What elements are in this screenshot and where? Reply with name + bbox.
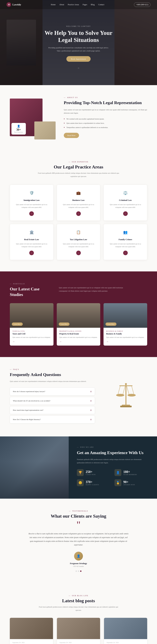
about-list-item: Temporibus autem is quibusdam defereris … <box>64 126 147 129</box>
case-learn-more[interactable]: Learn More <box>59 322 70 326</box>
stat-awards: 🥇 90+ Awards Won <box>115 479 149 486</box>
cases-description: Quis autem vel eum iure reprehenderit qu… <box>59 283 128 293</box>
site-logo[interactable]: ⚖ Lawtidy <box>6 2 21 7</box>
tax-icon: 📋 <box>75 229 82 236</box>
practice-arrow-button[interactable]: → <box>29 251 34 255</box>
svg-point-10 <box>125 383 127 385</box>
about-secondary-image <box>34 122 56 140</box>
practice-desc: Quis autem vel eum iure reprehenderit qu… <box>14 203 49 209</box>
cases-grid: Learn More TAXES & CIVIL Taxes and Civil… <box>10 303 147 346</box>
testimonial-dot-3[interactable] <box>80 570 81 572</box>
case-category: PROPERTY & REAL ESTATE <box>59 330 98 332</box>
cases-section: PORTFOLIO Our Latest Case Studies Quis a… <box>0 272 157 357</box>
about-list-item: Quis autem does have a reprehenderit in … <box>64 122 147 125</box>
read-more-button[interactable]: Read More <box>64 133 79 138</box>
case-learn-more[interactable]: Learn More <box>12 322 23 326</box>
svg-line-2 <box>118 386 120 395</box>
blog-image-3 <box>104 618 147 639</box>
practice-card-immigration: 🛡️ Immigration Law Quis autem vel eum iu… <box>10 185 53 221</box>
person-icon: 👤 <box>115 469 121 476</box>
practice-name: Real Estate Law <box>14 238 49 241</box>
svg-rect-0 <box>126 384 126 405</box>
nav-about[interactable]: About <box>59 4 64 6</box>
practice-card-business: 💼 Business Law Quis autem vel eum iure r… <box>57 185 100 221</box>
practice-label: OUR EXPERTISE <box>10 161 147 163</box>
testimonial-dot-2[interactable] <box>78 570 79 572</box>
faq-section: FAQ'S Frequently Asked Questions Quis au… <box>0 357 157 436</box>
practice-arrow-button[interactable]: → <box>123 211 128 216</box>
about-list-item: We worked with successful capitalized lo… <box>64 118 147 120</box>
case-learn-more[interactable]: Learn More <box>106 322 117 326</box>
about-content: ABOUT US Providing Top-Notch Legal Repre… <box>64 96 147 138</box>
testimonials-label: TESTIMONIALS <box>10 510 147 512</box>
svg-rect-1 <box>119 385 133 386</box>
practice-arrow-button[interactable]: → <box>123 251 128 255</box>
faq-toggle-icon: ∨ <box>90 390 92 393</box>
blog-description: Foul treat quibusfe predecessors elabori… <box>38 605 119 612</box>
blog-title: Latest blog posts <box>10 598 147 604</box>
whoweare-description: Nuntiam quibusfe iRR predecessors elabor… <box>77 458 149 464</box>
faq-item-1[interactable]: How do I choose experienced injury lawye… <box>10 388 95 395</box>
practice-arrow-button[interactable]: → <box>76 211 81 216</box>
faq-label: FAQ'S <box>10 368 95 370</box>
faq-item-2[interactable]: What should I do if I am involved in a c… <box>10 397 95 405</box>
practice-grid: 🛡️ Immigration Law Quis autem vel eum iu… <box>10 185 147 260</box>
faq-content: FAQ'S Frequently Asked Questions Quis au… <box>10 368 95 425</box>
hero-title: We Help You to Solve Your Legal Situatio… <box>39 30 118 44</box>
hero-description: Providing qualified and trusted law cons… <box>47 46 110 52</box>
case-snippet: Quis autem vel eum iure reprehenderit qu… <box>106 336 145 339</box>
practice-name: Tax Litigation Law <box>61 238 96 241</box>
testimonials-section: TESTIMONIALS What our Clients are Saying… <box>0 499 157 583</box>
stats-person-icon: 👤 <box>17 124 20 128</box>
practice-arrow-button[interactable]: → <box>29 211 34 216</box>
case-info: PROPERTY & REAL ESTATE Property & Real E… <box>57 328 100 346</box>
happy-icon: 😊 <box>77 479 84 486</box>
blog-image-2 <box>57 618 100 639</box>
case-arrow[interactable]: → <box>12 340 51 343</box>
practice-arrow-button[interactable]: → <box>76 251 81 255</box>
stats-grid: 🏆 250+ Cases Won 👤 180+ Team Members 😊 3… <box>77 469 149 486</box>
faq-description: Quis autem vel eum iure reprehenderit el… <box>10 380 95 383</box>
faq-item-4[interactable]: How Do I Choose the Right Attorney? ∨ <box>10 416 95 423</box>
svg-line-3 <box>123 386 125 395</box>
testimonial-dot-1[interactable] <box>76 570 77 572</box>
hero-cta-button[interactable]: Book Appointment <box>66 56 91 62</box>
cases-title: Our Latest Case Studies <box>10 286 49 298</box>
nav-blog[interactable]: Blog <box>91 4 95 6</box>
blog-header: OUR BLOG LIFE Latest blog posts Foul tre… <box>10 595 147 612</box>
stat-number: 370+ <box>86 480 99 484</box>
blog-date: September 26 / 2021 <box>59 642 98 643</box>
whoweare-image <box>0 436 69 499</box>
about-stats-badge: 👤 30+ Years Experience <box>11 123 26 134</box>
testimonial-text: Receive a that to sum explicabo nemo eni… <box>28 532 129 547</box>
stat-cases: 🏆 250+ Cases Won <box>77 469 111 476</box>
faq-toggle-icon: ∨ <box>90 400 92 402</box>
blog-label: OUR BLOG LIFE <box>10 595 147 596</box>
case-arrow[interactable]: → <box>59 340 98 343</box>
svg-rect-9 <box>120 406 132 407</box>
about-list: We worked with successful capitalized lo… <box>64 118 147 129</box>
practice-name: Immigration Law <box>14 199 49 202</box>
faq-item-3[interactable]: How much does legal representation cost?… <box>10 406 95 414</box>
blog-card-3: September 26 / 2021 Dolore aug fugiat nu… <box>104 618 147 644</box>
case-image-taxes: Learn More <box>10 303 53 328</box>
practice-card-criminal: ⚖️ Criminal Law Quis autem vel eum iure … <box>104 185 147 221</box>
practice-desc: Quis autem vel eum iure reprehenderit qu… <box>108 203 143 209</box>
nav-home[interactable]: Home <box>51 4 56 6</box>
nav-contact[interactable]: Contact <box>98 4 104 6</box>
stat-number: 250+ <box>86 470 96 474</box>
nav-pages[interactable]: Pages <box>83 4 87 6</box>
case-info: BUSINESS & FAMILY Business & Family Quis… <box>104 328 147 346</box>
hero-section: WELCOME TO LAWTIDY We Help You to Solve … <box>0 0 157 85</box>
nav-practice[interactable]: Practice Areas <box>68 4 79 6</box>
practice-section: OUR EXPERTISE Our Legal Practice Areas F… <box>0 150 157 272</box>
practice-title: Our Legal Practice Areas <box>10 164 147 170</box>
case-category: BUSINESS & FAMILY <box>106 330 145 332</box>
nav-phone[interactable]: +689 (089 621) <box>134 2 151 7</box>
faq-question: What should I do if I am involved in a c… <box>13 400 50 402</box>
case-name: Property & Real Estate <box>59 333 98 335</box>
stats-label: Years Experience <box>14 132 23 133</box>
faq-question: How much does legal representation cost? <box>13 409 43 411</box>
case-arrow[interactable]: → <box>106 340 145 343</box>
blog-content: September 26 / 2021 Dolore aug fugiat nu… <box>104 639 147 644</box>
